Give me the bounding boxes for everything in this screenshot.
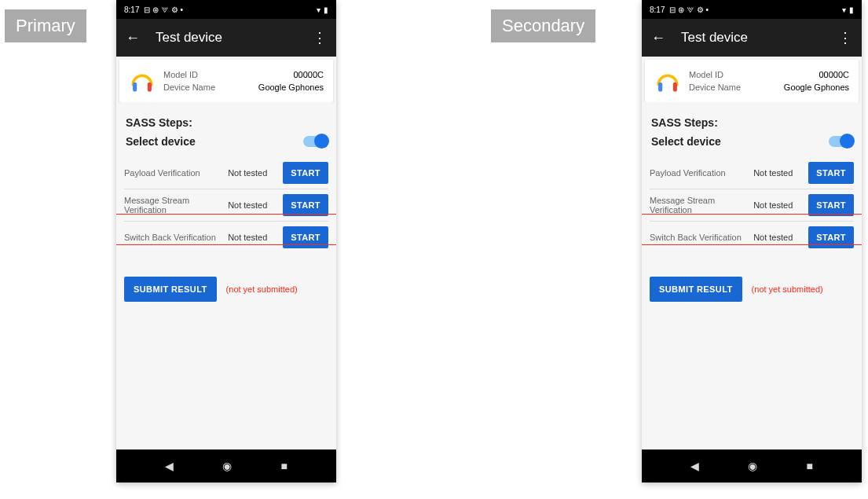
nav-bar: ◀ ◉ ■ [116,449,336,482]
test-list: Payload Verification Not tested START Me… [124,157,328,253]
device-card: Model ID 00000C Device Name Google Gphon… [645,60,859,102]
svg-rect-3 [673,83,677,92]
secondary-label-tag: Secondary [491,9,595,42]
phone-primary: 8:17 ⊟ ⊛ ⩔ ⚙ • ▾ ▮ ← Test device ⋮ Model… [116,0,336,482]
status-time: 8:17 [650,6,665,14]
test-name: Payload Verification [124,168,223,178]
app-title: Test device [156,30,297,46]
nav-recent-icon[interactable]: ■ [806,460,812,472]
test-name: Message Stream Verification [650,196,749,215]
select-device-switch[interactable] [829,136,852,147]
wifi-icon: ▾ [317,6,320,14]
submit-status: (not yet submitted) [752,284,823,294]
start-button[interactable]: START [283,226,328,248]
test-list: Payload Verification Not tested START Me… [650,157,854,253]
body-area: SASS Steps: Select device Payload Verifi… [116,102,336,449]
sass-steps-title: SASS Steps: [126,116,327,129]
test-name: Message Stream Verification [124,196,223,215]
nav-home-icon[interactable]: ◉ [748,460,757,472]
svg-rect-2 [658,83,662,92]
device-name-label: Device Name [163,83,215,92]
status-sys-icons: ⊟ ⊛ ⩔ ⚙ • [144,6,183,14]
battery-icon: ▮ [324,6,328,14]
test-name: Switch Back Verification [124,233,223,242]
test-name: Payload Verification [650,168,749,178]
test-row-payload: Payload Verification Not tested START [124,157,328,189]
overflow-menu-icon[interactable]: ⋮ [838,29,852,46]
test-row-switch-back: Switch Back Verification Not tested STAR… [650,221,854,253]
start-button[interactable]: START [808,226,854,248]
device-name-label: Device Name [689,83,741,92]
headphones-icon [129,68,156,94]
start-button[interactable]: START [808,162,854,184]
primary-label-tag: Primary [5,9,86,42]
device-name-value: Google Gphones [258,83,324,92]
status-bar: 8:17 ⊟ ⊛ ⩔ ⚙ • ▾ ▮ [642,0,862,19]
model-id-value: 00000C [293,70,324,79]
status-time: 8:17 [124,6,139,14]
app-bar: ← Test device ⋮ [642,19,862,57]
submit-result-button[interactable]: SUBMIT RESULT [650,277,742,302]
select-device-switch[interactable] [303,136,327,147]
wifi-icon: ▾ [842,6,846,14]
svg-rect-0 [133,83,137,92]
status-sys-icons: ⊟ ⊛ ⩔ ⚙ • [669,6,709,14]
test-row-message-stream: Message Stream Verification Not tested S… [124,189,328,221]
start-button[interactable]: START [283,162,328,184]
sass-steps-title: SASS Steps: [651,116,852,129]
test-row-payload: Payload Verification Not tested START [650,157,854,189]
nav-back-icon[interactable]: ◀ [165,460,174,472]
test-status: Not tested [228,168,278,178]
test-status: Not tested [228,233,278,242]
app-title: Test device [681,30,822,46]
test-status: Not tested [753,200,804,210]
submit-result-button[interactable]: SUBMIT RESULT [124,277,217,302]
model-id-label: Model ID [689,70,723,79]
nav-back-icon[interactable]: ◀ [690,460,699,472]
body-area: SASS Steps: Select device Payload Verifi… [642,102,862,449]
nav-home-icon[interactable]: ◉ [222,460,232,472]
back-icon[interactable]: ← [126,30,140,46]
model-id-label: Model ID [163,70,198,79]
status-bar: 8:17 ⊟ ⊛ ⩔ ⚙ • ▾ ▮ [116,0,336,19]
test-name: Switch Back Verification [650,233,749,242]
test-status: Not tested [753,168,804,178]
test-row-message-stream: Message Stream Verification Not tested S… [650,189,854,221]
start-button[interactable]: START [283,194,328,216]
app-bar: ← Test device ⋮ [116,19,336,57]
battery-icon: ▮ [849,6,854,14]
overflow-menu-icon[interactable]: ⋮ [313,29,327,46]
select-device-label: Select device [651,135,721,148]
nav-bar: ◀ ◉ ■ [642,449,862,482]
device-name-value: Google Gphones [784,83,849,92]
nav-recent-icon[interactable]: ■ [280,460,287,472]
device-card: Model ID 00000C Device Name Google Gphon… [119,60,333,102]
test-status: Not tested [753,233,804,242]
test-row-switch-back: Switch Back Verification Not tested STAR… [124,221,328,253]
back-icon[interactable]: ← [651,30,665,46]
test-status: Not tested [228,200,278,210]
start-button[interactable]: START [808,194,854,216]
submit-status: (not yet submitted) [226,284,298,294]
phone-secondary: 8:17 ⊟ ⊛ ⩔ ⚙ • ▾ ▮ ← Test device ⋮ Model… [642,0,862,482]
svg-rect-1 [148,83,152,92]
model-id-value: 00000C [819,70,849,79]
headphones-icon [654,68,681,94]
select-device-label: Select device [126,135,196,148]
